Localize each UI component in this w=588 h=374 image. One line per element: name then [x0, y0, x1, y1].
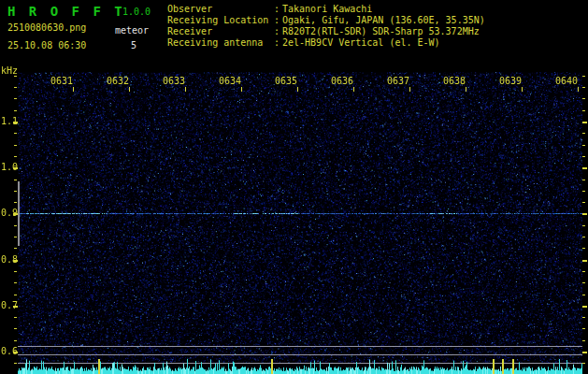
axis-tick: [185, 87, 186, 92]
freq-tick-label: 0.7: [1, 301, 18, 310]
axis-tick: [14, 363, 17, 364]
time-tick-label: 0632: [107, 77, 128, 86]
hrofft-screenshot: H R O F F T 1.0.0 2510080630.png meteor …: [0, 0, 588, 374]
output-filename: 2510080630.png: [7, 22, 86, 33]
app-title: H R O F F T: [7, 4, 125, 19]
time-tick-label: 0640: [555, 77, 577, 86]
axis-tick: [582, 260, 587, 262]
axis-tick: [129, 87, 130, 92]
axis-tick: [241, 87, 242, 92]
axis-tick: [14, 110, 17, 111]
axis-tick: [14, 237, 17, 237]
time-tick-label: 0638: [443, 77, 465, 86]
axis-tick: [578, 87, 579, 92]
axis-tick: [582, 122, 587, 123]
axis-tick: [582, 352, 587, 353]
time-tick-label: 0637: [387, 77, 409, 86]
time-tick-label: 0634: [219, 77, 240, 86]
info-value: Takanori Kawachi: [282, 4, 372, 14]
mode-label: meteor: [115, 25, 149, 36]
info-label: Receiving antenna: [167, 37, 274, 49]
axis-tick: [14, 98, 17, 99]
time-tick-label: 0633: [163, 77, 184, 86]
axis-tick: [582, 167, 587, 169]
axis-tick: [466, 87, 466, 92]
axis-tick: [582, 133, 585, 134]
axis-tick: [582, 110, 585, 111]
station-info-block: Observer:Takanori KawachiReceiving Locat…: [167, 4, 485, 49]
axis-tick: [353, 87, 354, 92]
time-tick-label: 0636: [331, 77, 352, 86]
axis-tick: [582, 145, 585, 146]
freq-axis-unit: kHz: [1, 66, 18, 76]
axis-tick: [297, 87, 298, 92]
meteor-count: 5: [131, 40, 136, 50]
axis-tick: [582, 225, 585, 226]
freq-tick-label: 0.8: [1, 255, 18, 265]
axis-tick: [14, 133, 17, 134]
axis-tick: [582, 191, 585, 192]
axis-tick: [582, 76, 585, 77]
axis-tick: [582, 271, 585, 272]
freq-tick-label: 1.1: [1, 117, 18, 126]
observation-datetime: 25.10.08 06:30: [7, 40, 86, 50]
info-row: Receiving Location:Ogaki, Gifu, JAPAN (1…: [167, 15, 485, 26]
axis-tick: [409, 87, 410, 92]
band-indicator: [18, 181, 20, 246]
axis-tick: [14, 145, 17, 146]
info-row: Receiving antenna:2el-HB9CV Vertical (el…: [167, 37, 485, 49]
info-label: Receiving Location: [167, 15, 274, 26]
axis-tick: [14, 225, 17, 226]
axis-tick: [582, 248, 585, 249]
axis-tick: [582, 295, 585, 295]
axis-tick: [14, 271, 17, 272]
axis-tick: [73, 87, 74, 92]
axis-tick: [14, 295, 17, 295]
axis-tick: [582, 180, 585, 180]
time-tick-label: 0635: [275, 77, 296, 86]
axis-tick: [14, 328, 17, 329]
axis-tick: [582, 306, 587, 308]
info-colon: :: [274, 37, 282, 49]
time-tick-label: 0639: [499, 77, 521, 86]
freq-tick-label: 0.9: [1, 209, 18, 218]
axis-tick: [14, 282, 17, 283]
axis-tick: [582, 317, 585, 318]
axis-tick: [522, 87, 523, 92]
info-colon: :: [274, 4, 282, 15]
info-value: R820T2(RTL-SDR) SDR-Sharp 53.372MHz: [282, 26, 480, 36]
app-version: 1.0.0: [122, 7, 151, 17]
axis-tick: [14, 156, 17, 157]
info-colon: :: [274, 26, 282, 37]
info-row: Observer:Takanori Kawachi: [167, 4, 485, 15]
info-value: 2el-HB9CV Vertical (el. E-W): [282, 37, 440, 48]
axis-tick: [14, 87, 17, 88]
info-value: Ogaki, Gifu, JAPAN (136.60E, 35.35N): [282, 15, 485, 25]
axis-tick: [14, 180, 17, 180]
freq-tick-label: 1.0: [1, 163, 18, 172]
axis-tick: [14, 76, 17, 77]
info-row: Receiver:R820T2(RTL-SDR) SDR-Sharp 53.37…: [167, 26, 485, 37]
axis-tick: [14, 340, 17, 341]
axis-tick: [582, 87, 585, 88]
info-label: Observer: [167, 4, 274, 15]
time-tick-label: 0631: [50, 77, 72, 86]
axis-tick: [582, 156, 585, 157]
axis-tick: [14, 202, 17, 203]
axis-tick: [582, 328, 585, 329]
axis-tick: [14, 191, 17, 192]
spectrogram-canvas: [18, 72, 582, 374]
info-label: Receiver: [167, 26, 274, 37]
axis-tick: [14, 248, 17, 249]
axis-tick: [14, 317, 17, 318]
axis-tick: [582, 213, 587, 215]
axis-tick: [582, 363, 585, 364]
axis-tick: [582, 98, 585, 99]
axis-tick: [582, 202, 585, 203]
axis-tick: [582, 282, 585, 283]
info-colon: :: [274, 15, 282, 26]
axis-tick: [582, 237, 585, 237]
freq-tick-label: 0.6: [1, 347, 18, 356]
axis-tick: [582, 340, 585, 341]
